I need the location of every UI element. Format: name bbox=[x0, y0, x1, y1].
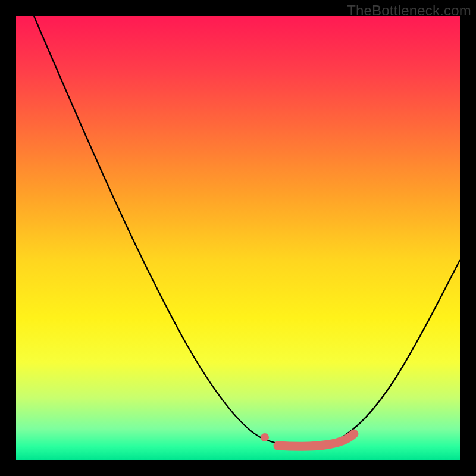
marker-band bbox=[278, 434, 354, 446]
chart-frame: TheBottleneck.com bbox=[0, 0, 476, 476]
chart-overlay bbox=[16, 16, 460, 460]
bottleneck-curve bbox=[34, 16, 460, 446]
watermark-text: TheBottleneck.com bbox=[347, 2, 471, 19]
marker-dot bbox=[261, 433, 269, 441]
